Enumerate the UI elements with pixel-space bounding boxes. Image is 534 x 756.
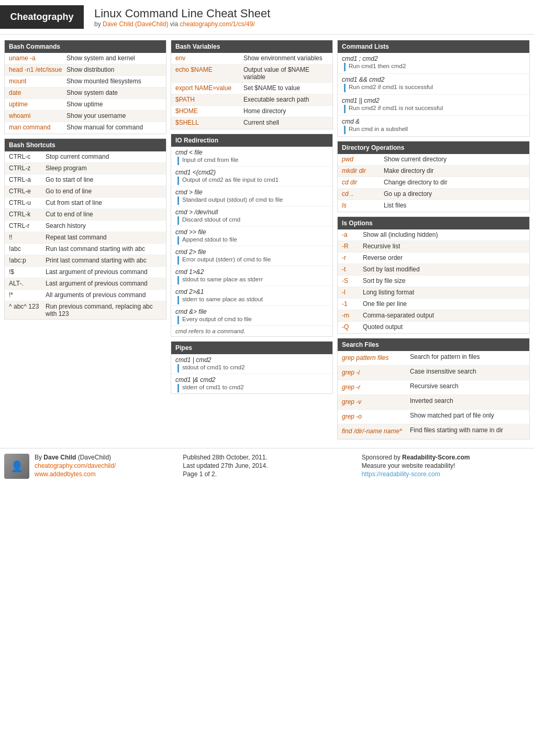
- shortcut-key: CTRL-u: [9, 199, 46, 206]
- search-cmd: grep -o: [342, 412, 410, 420]
- pipe-desc-text: stderr of cmd1 to cmd2: [182, 384, 244, 390]
- ls-flag: -R: [342, 243, 363, 250]
- io-desc-text: Append stdout to file: [182, 236, 237, 243]
- bash-command-row: mountShow mounted filesystems: [5, 76, 166, 87]
- shortcut-desc: Cut to end of line: [46, 211, 93, 218]
- pipe-desc-text: stdout of cmd1 to cmd2: [182, 364, 245, 370]
- var-desc: Output value of $NAME variable: [243, 66, 328, 81]
- command-lists-body: cmd1 ; cmd2 Run cmd1 then cmd2 cmd1 && c…: [338, 53, 529, 136]
- bash-cmd: date: [9, 89, 66, 96]
- io-redirection-section: IO Redirection cmd < file Input of cmd f…: [171, 134, 333, 337]
- io-desc-text: Input of cmd from file: [182, 157, 238, 163]
- directory-row: cd dirChange directory to dir: [338, 177, 529, 189]
- footer-published: Published 28th October, 2011.: [183, 454, 351, 461]
- cmdlist-desc: Run cmd2 if cmd1 is not successful: [342, 105, 525, 113]
- bash-command-row: uname -aShow system and kernel: [5, 53, 166, 64]
- pipe-desc: stderr of cmd1 to cmd2: [175, 384, 328, 392]
- shortcut-key: CTRL-k: [9, 211, 46, 218]
- bash-shortcut-row: ^ abc^ 123Run previous command, replacin…: [5, 301, 166, 319]
- cmdlist-desc: Run cmd in a subshell: [342, 126, 525, 134]
- search-file-row: grep -rRecursive search: [338, 380, 529, 395]
- footer-sponsor: Sponsored by Readability-Score.com: [362, 454, 530, 461]
- bash-command-row: head -n1 /etc/issueShow distribution: [5, 64, 166, 76]
- search-file-row: grep pattern filesSearch for pattern in …: [338, 351, 529, 366]
- bash-variable-row: envShow environment variables: [171, 53, 332, 64]
- logo-text: Cheatography: [10, 12, 73, 22]
- io-cmd: cmd &> file: [175, 308, 328, 315]
- io-redirection-body: cmd < file Input of cmd from file cmd1 <…: [171, 147, 332, 336]
- io-desc: stdout to same place as stderr: [175, 276, 328, 284]
- search-file-row: grep -oShow matched part of file only: [338, 410, 529, 424]
- ls-desc: Comma-separated output: [363, 312, 434, 319]
- bash-cmd-desc: Show distribution: [66, 66, 114, 73]
- search-files-header: Search Files: [338, 338, 529, 351]
- bash-shortcut-row: CTRL-kCut to end of line: [5, 209, 166, 221]
- io-desc: Input of cmd from file: [175, 157, 328, 165]
- bash-shortcut-row: CTRL-eGo to end of line: [5, 186, 166, 198]
- io-desc-text: Output of cmd2 as file input to cmd1: [182, 177, 279, 183]
- shortcut-key: CTRL-a: [9, 176, 46, 183]
- cmdlist-cmd: cmd1 ; cmd2: [342, 55, 525, 62]
- io-item: cmd >> file Append stdout to file: [171, 226, 332, 246]
- io-cmd: cmd >> file: [175, 228, 328, 236]
- io-bar-icon: [177, 316, 179, 324]
- var-name: $SHELL: [175, 119, 243, 126]
- dir-cmd: cd dir: [342, 179, 384, 186]
- ls-desc: Reverse order: [363, 254, 403, 261]
- shortcut-key: !*: [9, 291, 46, 299]
- ls-option-row: -lLong listing format: [338, 287, 529, 299]
- footer-author-info: By Dave Child (DaveChild) cheatography.c…: [35, 454, 116, 479]
- shortcut-desc: Cut from start of line: [46, 199, 102, 206]
- ls-flag: -Q: [342, 323, 363, 331]
- ls-desc: Recursive list: [363, 243, 400, 250]
- middle-column: Bash Variables envShow environment varia…: [171, 40, 333, 440]
- author-avatar: 👤: [4, 454, 29, 479]
- bash-command-row: man commandShow manual for command: [5, 122, 166, 134]
- footer-link2[interactable]: www.addedbytes.com: [35, 470, 96, 478]
- command-list-item: cmd1 && cmd2 Run cmd2 if cmd1 is success…: [338, 74, 529, 95]
- search-files-section: Search Files grep pattern filesSearch fo…: [337, 338, 530, 440]
- bash-command-row: whoamiShow your username: [5, 111, 166, 122]
- dir-desc: Go up a directory: [384, 190, 432, 198]
- io-bar-icon: [177, 256, 179, 265]
- ls-option-row: -1One file per line: [338, 299, 529, 310]
- io-cmd: cmd > /dev/null: [175, 209, 328, 216]
- var-name: echo $NAME: [175, 66, 243, 73]
- shortcut-desc: Go to start of line: [46, 176, 93, 183]
- io-cmd: cmd 2>&1: [175, 288, 328, 295]
- shortcut-desc: All arguments of previous command: [46, 291, 146, 299]
- cmdlist-cmd: cmd1 && cmd2: [342, 76, 525, 83]
- ls-desc: Show all (including hidden): [363, 231, 438, 238]
- shortcut-key: CTRL-e: [9, 188, 46, 195]
- io-cmd: cmd 1>&2: [175, 268, 328, 276]
- io-item: cmd 2> file Error output (stderr) of cmd…: [171, 246, 332, 266]
- shortcut-desc: Run last command starting with abc: [46, 245, 145, 253]
- directory-operations-header: Directory Operations: [338, 141, 529, 154]
- cmdlist-bar-icon: [344, 105, 346, 113]
- io-item: cmd > file Standard output (stdout) of c…: [171, 187, 332, 206]
- search-file-row: find /dir/-name name*Find files starting…: [338, 424, 529, 439]
- bash-shortcut-row: CTRL-zSleep program: [5, 163, 166, 174]
- bash-cmd-desc: Show your username: [66, 112, 126, 119]
- cheatography-link[interactable]: cheatography.com/1/cs/49/: [180, 20, 254, 28]
- ls-flag: -r: [342, 254, 363, 261]
- var-desc: Set $NAME to value: [243, 84, 300, 92]
- ls-desc: Long listing format: [363, 289, 414, 296]
- shortcut-desc: Search history: [46, 222, 86, 229]
- io-cmd: cmd > file: [175, 189, 328, 196]
- footer-link1[interactable]: cheatography.com/davechild/: [35, 462, 116, 469]
- footer-sponsor-link[interactable]: https://readability-score.com: [362, 470, 440, 478]
- directory-row: lsList files: [338, 200, 529, 212]
- author-link[interactable]: Dave Child (DaveChild): [103, 20, 168, 28]
- io-desc: Output of cmd2 as file input to cmd1: [175, 177, 328, 185]
- ls-option-row: -tSort by last modified: [338, 264, 529, 276]
- directory-row: mkdir dirMake directory dir: [338, 166, 529, 177]
- search-file-row: grep -iCase insensitive search: [338, 366, 529, 380]
- bash-cmd: whoami: [9, 112, 66, 119]
- bash-shortcuts-body: CTRL-cStop current commandCTRL-zSleep pr…: [5, 151, 166, 319]
- pipe-item: cmd1 | cmd2 stdout of cmd1 to cmd2: [171, 354, 332, 374]
- io-desc-text: stderr to same place as stdout: [182, 296, 263, 302]
- shortcut-key: ALT-.: [9, 280, 46, 287]
- ls-option-row: -mComma-separated output: [338, 310, 529, 322]
- ls-flag: -1: [342, 300, 363, 308]
